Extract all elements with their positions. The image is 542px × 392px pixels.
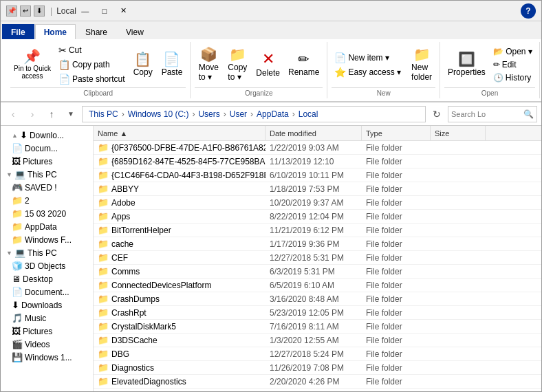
table-row[interactable]: 📁 ESET 12/29/2018 6:11 PM File folder [94,389,541,392]
table-row[interactable]: 📁 {0F376500-DFBE-47DE-A1F0-B86761A82B 1/… [94,141,541,155]
path-local[interactable]: Local [296,109,321,120]
easy-access-button[interactable]: ⭐ Easy access ▾ [332,65,404,79]
back-button[interactable]: ‹ [5,106,21,122]
sidebar-item-videos[interactable]: 🎬 Videos [1,338,93,351]
table-row[interactable]: 📁 ABBYY 1/18/2019 7:53 PM File folder [94,182,541,196]
table-row[interactable]: 📁 Diagnostics 11/26/2019 7:08 PM File fo… [94,361,541,375]
sidebar-item-this-pc[interactable]: ▼ 💻 This PC [1,168,93,181]
properties-button[interactable]: 🔲 Properties [444,50,489,79]
file-type: File folder [362,253,431,263]
col-header-name[interactable]: Name ▲ [94,126,265,140]
sidebar-item-pictures2[interactable]: 🖼 Pictures [1,325,93,338]
help-button[interactable]: ? [521,3,536,19]
table-row[interactable]: 📁 BitTorrentHelper 11/21/2019 6:12 PM Fi… [94,224,541,237]
col-header-size[interactable]: Size [431,126,486,140]
table-row[interactable]: 📁 ElevatedDiagnostics 2/20/2020 4:26 PM … [94,375,541,389]
table-row[interactable]: 📁 {C1C46F64-CDA0-44F3-B198-D652F918E4 6/… [94,168,541,182]
move-to-button[interactable]: 📦 Moveto ▾ [195,45,222,84]
sidebar-item-music[interactable]: 🎵 Music [1,312,93,325]
table-row[interactable]: 📁 CEF 12/27/2018 5:31 PM File folder [94,251,541,265]
file-name: CEF [111,253,128,263]
sidebar-item-this-pc-2[interactable]: ▼ 💻 This PC [1,246,93,259]
file-type: File folder [362,336,431,345]
sidebar-item-saved[interactable]: 🎮 SAVED ! [1,181,93,194]
table-row[interactable]: 📁 Apps 8/22/2019 12:04 PM File folder [94,210,541,224]
rename-button[interactable]: ✏ Rename [285,50,323,79]
path-user[interactable]: User [228,109,249,120]
pin-icon: 📌 [23,50,41,63]
new-item-button[interactable]: 📄 New item ▾ [332,51,404,65]
table-row[interactable]: 📁 D3DSCache 1/3/2020 12:55 AM File folde… [94,334,541,347]
delete-button[interactable]: ✕ Delete [252,50,283,80]
paste-button[interactable]: 📄 Paste [158,50,186,79]
maximize-button[interactable]: □ [96,5,113,17]
table-row[interactable]: 📁 DBG 12/27/2018 5:24 PM File folder [94,347,541,361]
col-header-type[interactable]: Type [362,126,431,140]
downloads2-icon: ⬇ [12,300,19,310]
paste-shortcut-button[interactable]: 📄 Paste shortcut [56,72,128,86]
edit-button[interactable]: ✏ Edit [490,58,535,71]
file-name: {6859D162-847E-4525-84F5-77CE958BAC [111,157,265,166]
undo-icon[interactable]: ↩ [20,6,31,17]
table-row[interactable]: 📁 cache 1/17/2019 9:36 PM File folder [94,237,541,251]
sidebar-item-3d-objects[interactable]: 🧊 3D Objects [1,259,93,272]
refresh-button[interactable]: ↻ [429,106,445,122]
table-row[interactable]: 📁 Comms 6/3/2019 5:31 PM File folder [94,265,541,279]
tab-share[interactable]: Share [76,24,116,39]
sidebar-item-pictures[interactable]: 🖼 Pictures [1,155,93,168]
copy-path-button[interactable]: 📋 Copy path [56,58,128,72]
path-this-pc[interactable]: This PC [87,109,120,120]
down-icon[interactable]: ⬇ [34,6,45,17]
sidebar-item-windows-f[interactable]: 📁 Windows F... [1,233,93,246]
forward-button[interactable]: › [24,106,41,122]
sidebar-item-15032020[interactable]: 📁 15 03 2020 [1,207,93,220]
folder-icon: 📁 [98,156,109,166]
history-button[interactable]: 🕒 History [490,72,535,84]
tab-home[interactable]: Home [35,24,76,39]
sidebar-item-windows-drive[interactable]: 💾 Windows 1... [1,351,93,364]
cut-button[interactable]: ✂ Cut [56,43,128,57]
table-row[interactable]: 📁 CrashRpt 5/23/2019 12:05 PM File folde… [94,306,541,320]
search-box[interactable]: 🔍 [448,106,537,122]
table-row[interactable]: 📁 Adobe 10/20/2019 9:37 AM File folder [94,196,541,210]
file-type: File folder [362,239,431,249]
sidebar-item-documents[interactable]: 📄 Docum... [1,142,93,155]
quick-access-icon[interactable]: 📌 [6,6,17,17]
sidebar-item-downloads2[interactable]: ⬇ Downloads [1,298,93,312]
sidebar-item-documents2[interactable]: 📄 Document... [1,285,93,298]
file-date: 1/22/2019 9:03 AM [265,143,362,153]
sidebar-item-downloads[interactable]: ▲ ⬇ Downlo... [1,129,93,142]
col-header-date[interactable]: Date modified [265,126,362,140]
table-row[interactable]: 📁 {6859D162-847E-4525-84F5-77CE958BAC 11… [94,155,541,168]
copy-button[interactable]: 📋 Copy [129,50,157,79]
file-type: File folder [362,143,431,153]
sidebar-item-desktop[interactable]: 🖥 Desktop [1,272,93,285]
minimize-button[interactable]: — [76,5,94,17]
open-button[interactable]: 📂 Open ▾ [490,45,535,58]
table-row[interactable]: 📁 CrystalDiskMark5 7/16/2019 8:11 AM Fil… [94,320,541,334]
file-type: File folder [362,184,431,194]
file-name: DBG [111,349,129,359]
table-row[interactable]: 📁 CrashDumps 3/16/2020 8:48 AM File fold… [94,292,541,306]
file-name: {0F376500-DFBE-47DE-A1F0-B86761A82B [111,143,265,153]
tab-view[interactable]: View [117,24,153,39]
path-windows[interactable]: Windows 10 (C:) [126,109,191,120]
close-button[interactable]: ✕ [115,5,133,17]
copy-to-button[interactable]: 📁 Copyto ▾ [224,45,251,84]
address-path[interactable]: This PC › Windows 10 (C:) › Users › User… [82,106,426,122]
sidebar-item-appdata[interactable]: 📁 AppData [1,220,93,233]
recent-locations-button[interactable]: ▼ [63,106,79,122]
new-folder-button[interactable]: 📁 Newfolder [408,45,435,84]
up-button[interactable]: ↑ [43,106,60,122]
search-input[interactable] [451,110,522,118]
file-type: File folder [362,308,431,318]
pin-quick-access-button[interactable]: 📌 Pin to Quickaccess [10,47,54,82]
sidebar-label: Pictures [23,327,52,336]
table-row[interactable]: 📁 ConnectedDevicesPlatform 6/5/2019 6:10… [94,279,541,292]
saved-icon: 🎮 [12,182,23,193]
path-appdata[interactable]: AppData [254,109,291,120]
path-users[interactable]: Users [196,109,221,120]
tab-file[interactable]: File [2,24,34,39]
sidebar-item-2[interactable]: 📁 2 [1,194,93,207]
sidebar-label: Document... [25,287,69,297]
